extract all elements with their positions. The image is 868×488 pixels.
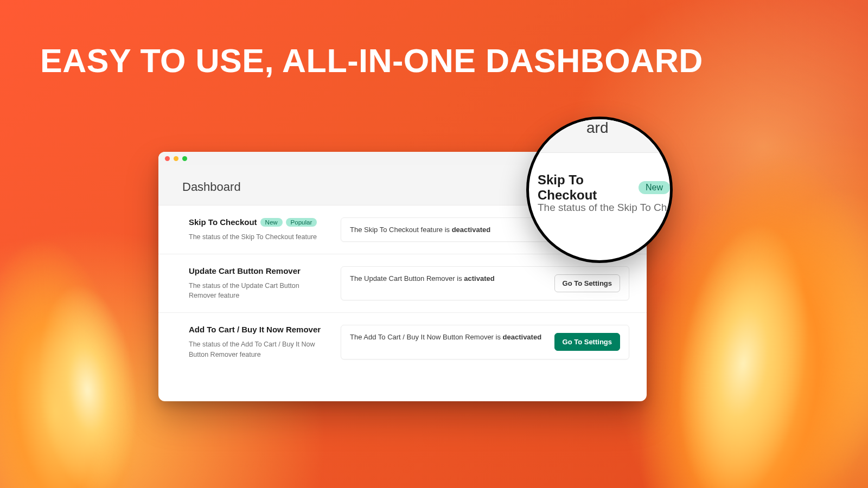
feature-status-card: The Update Cart Button Remover is activa… — [341, 266, 629, 300]
minimize-icon[interactable] — [174, 156, 178, 161]
status-text: The Add To Cart / Buy It Now Button Remo… — [350, 333, 541, 341]
feature-title-text: Update Cart Button Remover — [189, 266, 301, 275]
maximize-icon[interactable] — [182, 156, 187, 161]
status-value: activated — [464, 274, 494, 282]
feature-row: Update Cart Button Remover The status of… — [158, 254, 647, 313]
badge-popular: Popular — [286, 218, 317, 227]
feature-title-text: Skip To Checkout — [189, 217, 257, 227]
feature-title: Update Cart Button Remover — [189, 266, 324, 275]
status-prefix: The Add To Cart / Buy It Now Button Remo… — [350, 333, 503, 341]
go-to-settings-button[interactable]: Go To Settings — [554, 274, 620, 292]
feature-title-text: Add To Cart / Buy It Now Remover — [189, 325, 321, 334]
feature-info: Add To Cart / Buy It Now Remover The sta… — [189, 325, 324, 359]
magnifier-title-text: Skip To Checkout — [538, 172, 633, 203]
feature-subtitle: The status of the Add To Cart / Buy It N… — [189, 339, 324, 359]
badge-new: New — [639, 181, 670, 194]
feature-subtitle: The status of the Skip To Checkout featu… — [189, 232, 324, 242]
badge-new: New — [260, 218, 283, 227]
feature-title: Skip To Checkout New Popular — [189, 217, 324, 227]
status-prefix: The Update Cart Button Remover is — [350, 274, 464, 282]
magnifier-title: Skip To Checkout New — [538, 172, 670, 203]
feature-info: Skip To Checkout New Popular The status … — [189, 217, 324, 242]
feature-status-card: The Add To Cart / Buy It Now Button Remo… — [341, 325, 629, 359]
feature-row: Add To Cart / Buy It Now Remover The sta… — [158, 313, 647, 371]
magnifier-fragment: ard — [586, 119, 608, 137]
headline: EASY TO USE, ALL-IN-ONE DASHBOARD — [40, 42, 703, 79]
magnifier-subtitle: The status of the Skip To Ch — [538, 202, 667, 214]
magnifier: ard Skip To Checkout New The status of t… — [526, 117, 673, 263]
status-text: The Update Cart Button Remover is activa… — [350, 274, 495, 282]
go-to-settings-button[interactable]: Go To Settings — [554, 333, 620, 351]
feature-subtitle: The status of the Update Cart Button Rem… — [189, 281, 324, 300]
status-prefix: The Skip To Checkout feature is — [350, 226, 452, 234]
status-value: deactivated — [503, 333, 542, 341]
feature-title: Add To Cart / Buy It Now Remover — [189, 325, 324, 334]
status-text: The Skip To Checkout feature is deactiva… — [350, 226, 490, 234]
feature-info: Update Cart Button Remover The status of… — [189, 266, 324, 300]
status-value: deactivated — [452, 226, 491, 234]
magnifier-content: ard Skip To Checkout New The status of t… — [529, 119, 670, 260]
close-icon[interactable] — [165, 156, 170, 161]
